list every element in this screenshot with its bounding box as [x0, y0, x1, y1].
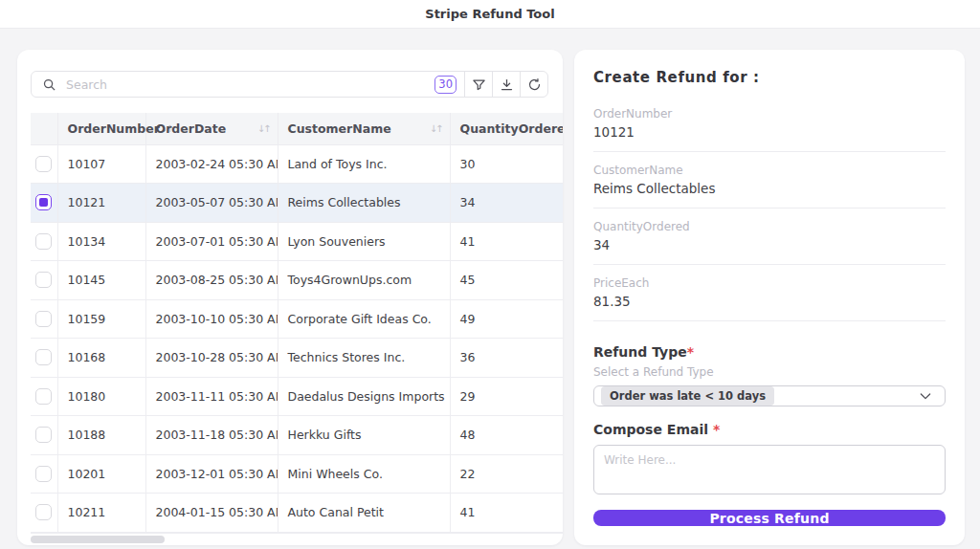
cell-order-date: 2003-10-10 05:30 AM [145, 299, 278, 339]
refund-type-label: Refund Type* [593, 344, 946, 360]
field-label: PriceEach [593, 276, 946, 290]
cell-order-number: 10134 [57, 222, 145, 261]
row-checkbox[interactable] [35, 156, 52, 172]
field-value: 81.35 [593, 294, 946, 309]
process-refund-button[interactable]: Process Refund [593, 510, 946, 526]
cell-quantity: 41 [450, 222, 563, 261]
filter-icon [472, 77, 486, 92]
cell-order-number: 10180 [57, 377, 145, 416]
table-row[interactable]: 10201 2003-12-01 05:30 AM Mini Wheels Co… [31, 454, 563, 494]
refund-panel-heading: Create Refund for : [593, 69, 946, 86]
field-value: Reims Collectables [593, 181, 946, 196]
orders-panel: 30 OrderNumber↓↑ Orde [17, 50, 563, 545]
cell-quantity: 45 [450, 261, 563, 300]
cell-order-number: 10145 [57, 261, 145, 300]
table-row[interactable]: 10180 2003-11-11 05:30 AM Daedalus Desig… [31, 377, 563, 416]
cell-quantity: 49 [450, 299, 563, 339]
cell-order-number: 10168 [57, 339, 145, 378]
table-row[interactable]: 10211 2004-01-15 05:30 AM Auto Canal Pet… [31, 494, 563, 533]
row-checkbox[interactable] [35, 349, 52, 365]
cell-customer-name: Daedalus Designs Imports [278, 377, 450, 416]
cell-order-number: 10188 [57, 416, 145, 455]
cell-quantity: 29 [450, 377, 563, 416]
cell-order-number: 10211 [57, 494, 145, 533]
cell-quantity: 36 [450, 339, 563, 378]
row-checkbox[interactable] [35, 427, 52, 443]
row-checkbox[interactable] [35, 311, 52, 327]
cell-quantity: 48 [450, 416, 563, 455]
field-price-each: PriceEach 81.35 [593, 276, 946, 321]
search-box [32, 77, 434, 92]
cell-order-number: 10107 [57, 144, 145, 184]
row-checkbox[interactable] [35, 272, 52, 288]
cell-order-date: 2003-07-01 05:30 AM [145, 222, 278, 261]
filter-button[interactable] [465, 71, 492, 98]
selected-refund-type-chip: Order was late < 10 days [601, 386, 774, 406]
refund-type-select[interactable]: Order was late < 10 days [593, 385, 946, 406]
download-button[interactable] [493, 71, 520, 98]
horizontal-scrollbar[interactable] [31, 536, 165, 543]
app-header: Stripe Refund Tool [0, 0, 980, 29]
cell-quantity: 41 [450, 494, 563, 533]
row-count-badge[interactable]: 30 [434, 76, 457, 94]
compose-email-label: Compose Email * [593, 422, 946, 437]
cell-quantity: 22 [450, 454, 563, 494]
row-checkbox[interactable] [35, 504, 52, 520]
cell-customer-name: Land of Toys Inc. [278, 144, 450, 184]
cell-order-date: 2003-05-07 05:30 AM [145, 184, 278, 223]
app-title: Stripe Refund Tool [425, 7, 554, 21]
cell-quantity: 30 [450, 144, 563, 184]
field-order-number: OrderNumber 10121 [593, 107, 946, 152]
required-asterisk: * [713, 422, 720, 437]
sort-icon: ↓↑ [257, 123, 270, 134]
table-row[interactable]: 10168 2003-10-28 05:30 AM Technics Store… [31, 339, 563, 378]
required-asterisk: * [687, 344, 694, 360]
cell-order-number: 10159 [57, 299, 145, 339]
row-checkbox[interactable] [35, 388, 52, 405]
refund-type-helper: Select a Refund Type [593, 365, 946, 379]
field-label: QuantityOrdered [593, 220, 946, 233]
header-select-column [31, 113, 57, 144]
field-label: OrderNumber [593, 107, 946, 121]
table-row[interactable]: 10145 2003-08-25 05:30 AM Toys4GrownUps.… [31, 261, 563, 300]
header-customer-name[interactable]: CustomerName↓↑ [278, 113, 450, 144]
refund-panel: Create Refund for : OrderNumber 10121 Cu… [574, 50, 965, 545]
refresh-icon [527, 77, 542, 92]
cell-order-date: 2003-11-18 05:30 AM [145, 416, 278, 455]
row-checkbox[interactable] [35, 233, 52, 250]
table-row[interactable]: 10107 2003-02-24 05:30 AM Land of Toys I… [31, 144, 563, 184]
download-icon [500, 77, 514, 92]
cell-order-date: 2003-02-24 05:30 AM [145, 144, 278, 184]
compose-email-textarea[interactable] [593, 445, 946, 494]
table-row[interactable]: 10159 2003-10-10 05:30 AM Corporate Gift… [31, 299, 563, 339]
table-toolbar: 30 [31, 71, 548, 98]
search-icon [42, 77, 56, 92]
cell-order-date: 2003-08-25 05:30 AM [145, 261, 278, 300]
field-quantity-ordered: QuantityOrdered 34 [593, 220, 946, 265]
table-row[interactable]: 10134 2003-07-01 05:30 AM Lyon Souvenier… [31, 222, 563, 261]
table-header-row: OrderNumber↓↑ OrderDate↓↑ CustomerName↓↑… [31, 113, 563, 144]
table-row-selected[interactable]: 10121 2003-05-07 05:30 AM Reims Collecta… [31, 184, 563, 223]
row-checkbox[interactable] [35, 466, 52, 482]
cell-customer-name: Reims Collectables [278, 184, 450, 223]
row-checkbox-checked[interactable] [35, 194, 52, 210]
cell-quantity: 34 [450, 184, 563, 223]
cell-customer-name: Mini Wheels Co. [278, 454, 450, 494]
header-order-date[interactable]: OrderDate↓↑ [145, 113, 278, 144]
search-input[interactable] [66, 77, 434, 92]
cell-customer-name: Toys4GrownUps.com [278, 261, 450, 300]
cell-order-number: 10121 [57, 184, 145, 223]
cell-customer-name: Lyon Souveniers [278, 222, 450, 261]
refresh-button[interactable] [521, 71, 547, 98]
cell-customer-name: Technics Stores Inc. [278, 339, 450, 378]
orders-table-wrap: OrderNumber↓↑ OrderDate↓↑ CustomerName↓↑… [31, 113, 563, 533]
cell-customer-name: Herkku Gifts [278, 416, 450, 455]
header-order-number[interactable]: OrderNumber↓↑ [57, 113, 145, 144]
chevron-down-icon [918, 388, 933, 404]
cell-customer-name: Auto Canal Petit [278, 494, 450, 533]
cell-customer-name: Corporate Gift Ideas Co. [278, 299, 450, 339]
header-quantity-ordered[interactable]: QuantityOrdered↓↑ [450, 113, 563, 144]
cell-order-date: 2003-10-28 05:30 AM [145, 339, 278, 378]
table-row[interactable]: 10188 2003-11-18 05:30 AM Herkku Gifts 4… [31, 416, 563, 455]
cell-order-number: 10201 [57, 454, 145, 494]
